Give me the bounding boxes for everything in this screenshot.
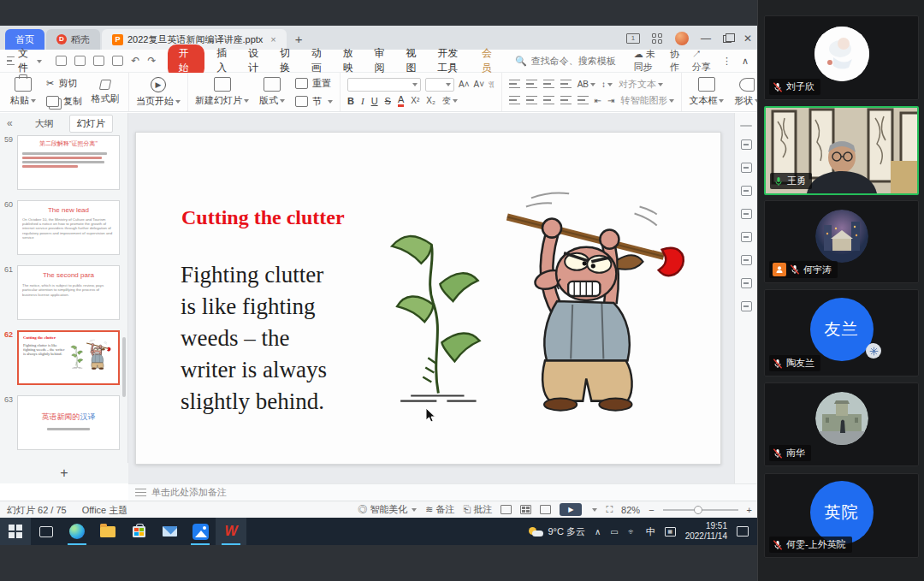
- bold-button[interactable]: B: [347, 96, 354, 106]
- reading-view-icon[interactable]: [540, 505, 551, 514]
- ribbon-tab-animation[interactable]: 动画: [311, 46, 324, 75]
- sync-status[interactable]: ☁ 未同步: [634, 48, 660, 74]
- section-button[interactable]: 节: [295, 95, 333, 108]
- reset-button[interactable]: 重置: [295, 77, 333, 90]
- slideshow-options-caret[interactable]: [592, 508, 597, 514]
- line-spacing-button[interactable]: ↕: [601, 80, 613, 89]
- beautify-panel-icon[interactable]: [741, 139, 752, 150]
- zoom-level[interactable]: 82%: [621, 505, 640, 515]
- align-text-button[interactable]: 对齐文本: [619, 78, 663, 91]
- font-name-select[interactable]: [347, 78, 421, 92]
- align-left-icon[interactable]: [509, 96, 520, 105]
- undo-icon[interactable]: ↶: [131, 55, 139, 67]
- ribbon-tab-transition[interactable]: 切换: [280, 46, 293, 75]
- text-direction-button[interactable]: AB: [578, 80, 595, 89]
- hidden-icons-chevron[interactable]: ∧: [595, 527, 601, 537]
- bullet-list-icon[interactable]: [509, 80, 520, 89]
- collapse-ribbon-icon[interactable]: ∧: [742, 56, 749, 67]
- thumbnail-63[interactable]: 63 英语新闻的汉译: [17, 395, 128, 450]
- font-size-select[interactable]: [425, 78, 454, 92]
- clock[interactable]: 19:51 2022/11/14: [685, 521, 727, 542]
- shapes-button[interactable]: 形状: [731, 78, 757, 107]
- normal-view-icon[interactable]: [500, 505, 512, 514]
- justify-icon[interactable]: [560, 96, 572, 105]
- new-tab-button[interactable]: +: [295, 32, 303, 46]
- outdent-icon[interactable]: [543, 80, 554, 89]
- notes-bar[interactable]: 单击此处添加备注: [128, 483, 757, 501]
- participant-tile-4[interactable]: 友兰 陶友兰: [764, 289, 919, 376]
- tab-close-icon[interactable]: ×: [270, 34, 275, 44]
- clear-format-icon[interactable]: 𝔄: [489, 80, 495, 90]
- participant-tile-5[interactable]: 南华: [764, 382, 919, 466]
- align-center-icon[interactable]: [526, 96, 537, 105]
- collapse-panel-button[interactable]: «: [0, 117, 20, 129]
- subscript-button[interactable]: X₂: [426, 96, 435, 105]
- taskbar-store[interactable]: [123, 518, 154, 545]
- notes-toggle[interactable]: ≋ 备注: [425, 503, 454, 516]
- sorter-view-icon[interactable]: [520, 505, 531, 514]
- taskbar-wps[interactable]: W: [216, 518, 246, 545]
- para-spacing-2-icon[interactable]: ⇥: [607, 96, 614, 105]
- format-painter-button[interactable]: 格式刷: [89, 80, 121, 105]
- zoom-slider[interactable]: [663, 509, 738, 511]
- align-right-icon[interactable]: [543, 96, 554, 105]
- thumbnail-62-selected[interactable]: 62 Cutting the clutter Fighting clutter …: [17, 330, 128, 385]
- layout-button[interactable]: 版式: [256, 77, 288, 107]
- tab-docer[interactable]: D 稻壳: [46, 29, 100, 50]
- ribbon-tab-slideshow[interactable]: 放映: [343, 46, 356, 75]
- redo-icon[interactable]: ↷: [147, 55, 156, 67]
- collaborate-button[interactable]: 协作: [670, 48, 682, 74]
- animation-panel-icon[interactable]: [741, 186, 752, 196]
- comments-toggle[interactable]: ⎗ 批注: [464, 503, 493, 516]
- paste-button[interactable]: 粘贴: [7, 77, 39, 107]
- ribbon-tab-insert[interactable]: 插入: [216, 46, 229, 75]
- indent-icon[interactable]: [560, 80, 572, 89]
- strikethrough-button[interactable]: S: [385, 96, 391, 106]
- grow-font-icon[interactable]: A˄: [459, 80, 470, 89]
- fit-window-icon[interactable]: ⛶: [606, 504, 613, 515]
- layout-switch-icon[interactable]: 1: [626, 33, 640, 44]
- action-center-icon[interactable]: [737, 526, 749, 537]
- ribbon-tab-design[interactable]: 设计: [248, 46, 261, 75]
- tab-outline[interactable]: 大纲: [28, 116, 61, 132]
- thumbnail-scrollbar[interactable]: [122, 337, 126, 397]
- print-icon[interactable]: [93, 56, 104, 66]
- search-input[interactable]: [531, 56, 634, 66]
- italic-button[interactable]: I: [361, 96, 364, 106]
- zoom-slider-knob[interactable]: [694, 506, 702, 514]
- chart-panel-icon[interactable]: [741, 255, 752, 265]
- taskbar-meeting-app[interactable]: [185, 518, 216, 545]
- numbered-list-icon[interactable]: [526, 80, 537, 89]
- add-slide-button[interactable]: +: [0, 463, 128, 483]
- close-button[interactable]: ✕: [743, 33, 752, 44]
- reference-panel-icon[interactable]: [741, 301, 752, 311]
- weather-widget[interactable]: 9°C 多云: [529, 525, 585, 538]
- device-icon[interactable]: ▭: [610, 527, 618, 537]
- thumbnail-59[interactable]: 59 第二段解释"证照分离": [17, 135, 128, 190]
- strip-handle[interactable]: [740, 125, 752, 127]
- restore-button[interactable]: [723, 35, 732, 43]
- ribbon-tab-review[interactable]: 审阅: [375, 46, 388, 75]
- ribbon-tab-devtools[interactable]: 开发工具: [437, 46, 463, 75]
- copy-button[interactable]: 复制: [46, 95, 82, 108]
- tab-slides[interactable]: 幻灯片: [69, 115, 113, 133]
- distribute-icon[interactable]: [578, 96, 589, 105]
- ribbon-tab-member[interactable]: 会员: [482, 46, 495, 75]
- ribbon-tab-view[interactable]: 视图: [406, 46, 418, 75]
- taskbar-explorer[interactable]: [92, 518, 123, 545]
- participant-tile-3[interactable]: 何宇涛: [764, 200, 919, 283]
- account-avatar[interactable]: [675, 32, 689, 45]
- new-slide-button[interactable]: 新建幻灯片: [195, 77, 249, 107]
- more-icon[interactable]: ⋮: [722, 56, 732, 67]
- participant-tile-6[interactable]: 英院 何雯-上外英院: [764, 473, 919, 558]
- save-icon[interactable]: [56, 56, 67, 66]
- start-button[interactable]: [0, 518, 31, 545]
- play-from-current-button[interactable]: ▶ 当页开始: [136, 77, 181, 108]
- preview-icon[interactable]: [112, 56, 123, 66]
- taskbar-edge[interactable]: [62, 518, 92, 545]
- taskbar-mail[interactable]: [154, 518, 185, 545]
- command-search[interactable]: 🔍: [515, 56, 634, 67]
- selection-panel-icon[interactable]: [741, 209, 752, 219]
- font-color-button[interactable]: A: [398, 95, 404, 107]
- ime-indicator[interactable]: 中: [646, 525, 655, 538]
